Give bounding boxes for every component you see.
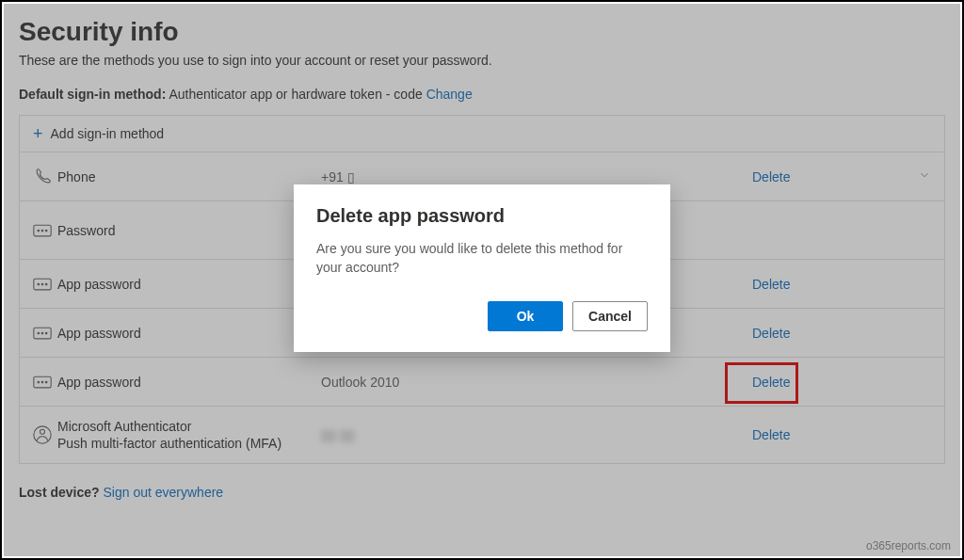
dialog-body: Are you sure you would like to delete th… xyxy=(316,240,648,277)
modal-overlay: Delete app password Are you sure you wou… xyxy=(4,4,960,556)
dialog-title: Delete app password xyxy=(316,205,648,227)
ok-button[interactable]: Ok xyxy=(488,301,563,331)
cancel-button[interactable]: Cancel xyxy=(572,301,648,331)
delete-app-password-dialog: Delete app password Are you sure you wou… xyxy=(294,184,670,352)
